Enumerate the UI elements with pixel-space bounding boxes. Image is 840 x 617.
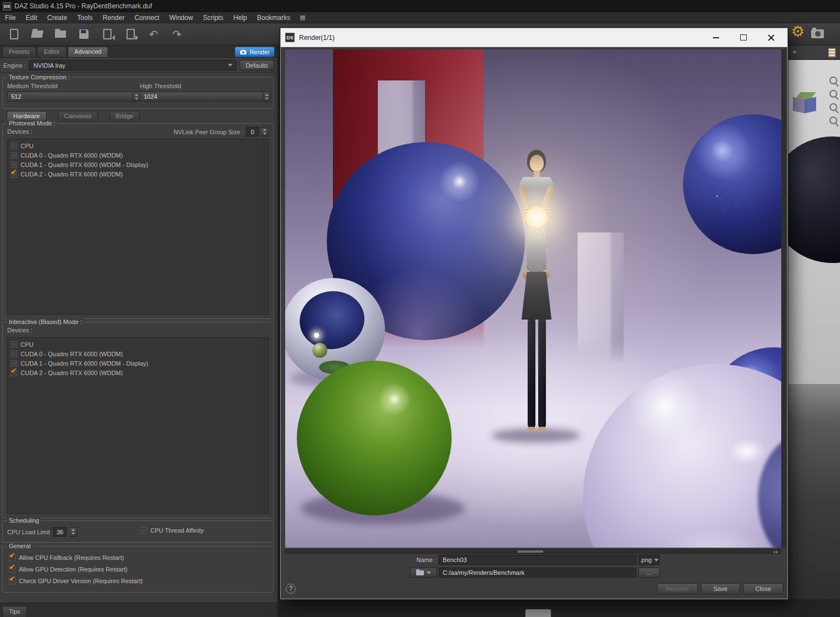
option-row[interactable]: Check GPU Driver Version (Requires Resta…	[7, 575, 269, 586]
device-checkbox[interactable]	[11, 171, 17, 178]
pane-list-icon[interactable]	[828, 48, 836, 57]
device-checkbox[interactable]	[11, 341, 17, 348]
slider-value[interactable]: 1024	[140, 92, 264, 102]
tab-canvases[interactable]: Canvases	[58, 111, 98, 122]
new-file-icon[interactable]	[7, 27, 21, 42]
resume-button[interactable]: Resume	[657, 583, 698, 594]
horizontal-scrollbar[interactable]	[285, 549, 781, 554]
option-row[interactable]: Allow GPU Detection (Requires Restart)	[7, 563, 269, 575]
tab-presets[interactable]: Presets	[2, 47, 36, 57]
render-button[interactable]: Render	[235, 47, 275, 57]
device-row[interactable]: CUDA 0 - Quadro RTX 6000 (WDDM)	[9, 150, 267, 160]
thread-affinity-label: CPU Thread Affinity	[150, 527, 204, 534]
close-button[interactable]: Close	[743, 583, 783, 594]
photoreal-device-list: CPU CUDA 0 - Quadro RTX 6000 (WDDM) CUDA…	[7, 139, 269, 315]
device-checkbox[interactable]	[11, 143, 17, 149]
tab-editor[interactable]: Editor	[37, 47, 67, 57]
import-file-icon[interactable]	[100, 27, 114, 42]
redo-icon[interactable]: ↷	[170, 27, 184, 42]
device-checkbox[interactable]	[11, 152, 17, 159]
slider-value[interactable]: 512	[7, 92, 133, 102]
option-label: Check GPU Driver Version (Requires Resta…	[19, 578, 143, 584]
bottom-bar-handle[interactable]	[525, 609, 551, 617]
menu-grid-icon[interactable]: ▦	[295, 14, 310, 21]
general-group: General Allow CPU Fallback (Requires Res…	[2, 546, 274, 593]
spinner[interactable]	[261, 127, 269, 136]
app-icon: DS	[3, 2, 11, 11]
device-row[interactable]: CUDA 2 - Quadro RTX 6000 (WDDM)	[9, 368, 267, 377]
undo-icon[interactable]: ↶	[146, 27, 161, 42]
menu-render[interactable]: Render	[98, 14, 129, 22]
close-icon[interactable]	[762, 31, 781, 44]
menu-help[interactable]: Help	[229, 14, 252, 22]
spinner[interactable]	[264, 92, 271, 102]
sphere-green-small	[312, 343, 327, 358]
thread-affinity-checkbox[interactable]	[140, 527, 147, 534]
menu-scripts[interactable]: Scripts	[198, 14, 229, 22]
tab-advanced[interactable]: Advanced	[68, 47, 108, 57]
view-cube-gizmo[interactable]	[792, 92, 819, 118]
pane-menu-icon[interactable]	[792, 51, 797, 54]
devices-label: Devices :	[7, 327, 32, 333]
medium-threshold-slider[interactable]: 512	[7, 92, 140, 102]
thread-affinity-row[interactable]: CPU Thread Affinity	[140, 527, 204, 534]
defaults-button[interactable]: Defaults	[240, 60, 274, 70]
folder-dropdown[interactable]	[410, 568, 437, 578]
device-checkbox[interactable]	[11, 351, 17, 357]
sphere-green-large	[297, 361, 452, 515]
open-file-icon[interactable]	[30, 27, 44, 42]
save-file-icon[interactable]	[77, 27, 91, 42]
minimize-icon[interactable]	[706, 31, 725, 44]
cpu-load-value[interactable]: 36	[53, 527, 67, 537]
device-row[interactable]: CPU	[9, 340, 267, 349]
device-row[interactable]: CPU	[9, 141, 267, 150]
chevron-down-icon	[654, 559, 659, 562]
merge-file-icon[interactable]	[53, 27, 68, 42]
option-row[interactable]: Allow CPU Fallback (Requires Restart)	[7, 552, 269, 563]
menu-file[interactable]: File	[0, 14, 21, 22]
browse-button[interactable]: ...	[639, 568, 660, 578]
devices-label: Devices :	[7, 128, 32, 135]
viewport-canvas[interactable]	[788, 60, 840, 384]
device-row[interactable]: CUDA 2 - Quadro RTX 6000 (WDDM)	[9, 169, 267, 179]
window-title: DAZ Studio 4.15 Pro - RayDentBenchmark.d…	[14, 2, 152, 10]
option-checkbox[interactable]	[9, 554, 16, 561]
device-row[interactable]: CUDA 1 - Quadro RTX 6000 (WDDM - Display…	[9, 160, 267, 169]
engine-dropdown[interactable]: NVIDIA Iray	[29, 60, 236, 70]
option-checkbox[interactable]	[9, 578, 16, 584]
titlebar[interactable]: DS DAZ Studio 4.15 Pro - RayDentBenchmar…	[0, 0, 840, 12]
nvlink-value[interactable]: 0	[246, 127, 259, 136]
high-threshold-slider[interactable]: 1024	[140, 92, 271, 102]
vertical-scrollbar[interactable]	[782, 49, 786, 548]
menu-window[interactable]: Window	[164, 14, 198, 22]
high-threshold-label: High Threshold	[140, 83, 181, 89]
viewport-tool-icon[interactable]	[829, 103, 837, 111]
viewport-tool-icon[interactable]	[829, 90, 837, 98]
menu-create[interactable]: Create	[42, 14, 72, 22]
device-row[interactable]: CUDA 0 - Quadro RTX 6000 (WDDM)	[9, 349, 267, 358]
viewport-tool-icon[interactable]	[829, 77, 837, 84]
path-input[interactable]: C:/aa/my/Renders/Benchmark	[439, 568, 636, 578]
device-checkbox[interactable]	[11, 370, 17, 376]
format-dropdown[interactable]: .png	[639, 555, 660, 565]
name-input[interactable]: Bench03	[439, 555, 636, 565]
render-camera-icon[interactable]	[811, 29, 824, 38]
menu-tools[interactable]: Tools	[72, 14, 98, 22]
viewport-tool-icon[interactable]	[829, 117, 837, 124]
settings-gear-icon[interactable]: ⚙	[791, 24, 804, 39]
option-checkbox[interactable]	[9, 566, 16, 573]
tab-bridge[interactable]: Bridge	[109, 111, 140, 122]
export-file-icon[interactable]	[123, 27, 138, 42]
save-button[interactable]: Save	[701, 583, 740, 594]
tips-button[interactable]: Tips	[2, 606, 27, 617]
name-label: Name :	[383, 557, 436, 563]
menu-edit[interactable]: Edit	[21, 14, 42, 22]
maximize-icon[interactable]	[734, 31, 753, 44]
render-window-titlebar[interactable]: DS Render(1/1)	[281, 28, 787, 47]
chevron-down-icon	[228, 64, 232, 67]
device-row[interactable]: CUDA 1 - Quadro RTX 6000 (WDDM - Display…	[9, 358, 267, 368]
menu-connect[interactable]: Connect	[129, 14, 164, 22]
menu-bookmarks[interactable]: Bookmarks	[252, 14, 295, 22]
help-button[interactable]: ?	[286, 584, 296, 594]
spinner[interactable]	[70, 527, 77, 537]
